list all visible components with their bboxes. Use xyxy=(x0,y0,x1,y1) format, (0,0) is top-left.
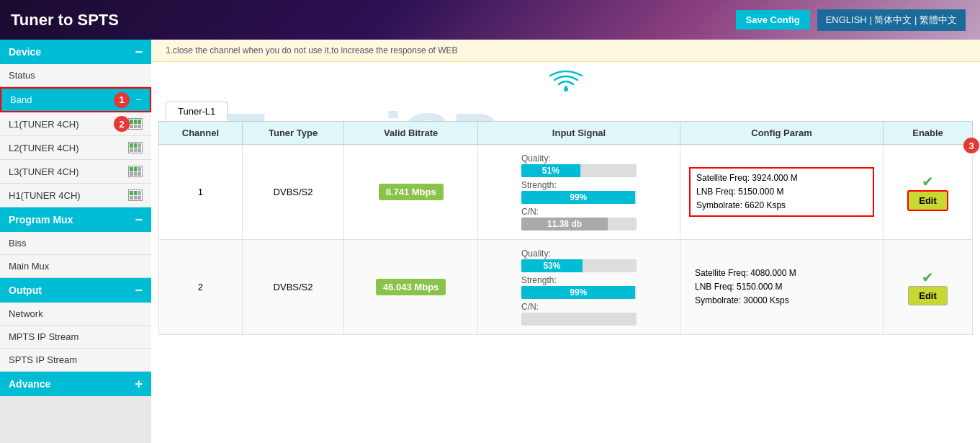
row2-bitrate-badge: 46.043 Mbps xyxy=(376,279,446,295)
device-toggle: − xyxy=(135,45,143,58)
page-title: Tuner to SPTS xyxy=(11,11,119,30)
language-selector[interactable]: ENGLISH | 简体中文 | 繁體中文 xyxy=(817,9,966,31)
sidebar-section-output[interactable]: Output − xyxy=(0,278,151,303)
row2-quality-bar: 53% xyxy=(521,259,637,272)
row1-cn-fill: 11.38 db xyxy=(521,218,608,231)
sidebar-item-status[interactable]: Status xyxy=(0,64,151,87)
sidebar-item-biss[interactable]: Biss xyxy=(0,232,151,255)
row1-config: Satellite Freq: 3924.000 M LNB Freq: 515… xyxy=(680,145,884,240)
lang-english[interactable]: ENGLISH xyxy=(826,14,867,25)
row1-symbol: Symbolrate: 6620 Ksps xyxy=(696,199,867,212)
content-area: ForoiSP 1.close the channel when you do … xyxy=(151,40,980,443)
sidebar-section-program-mux[interactable]: Program Mux − xyxy=(0,207,151,232)
sidebar-item-h1[interactable]: H1(TUNER 4CH) xyxy=(0,184,151,207)
lang-simplified-chinese[interactable]: 简体中文 xyxy=(874,14,912,25)
l2-grid-icon xyxy=(128,142,143,153)
col-tuner-type: Tuner Type xyxy=(242,122,343,145)
row2-symbol: Symbolrate: 30000 Ksps xyxy=(695,294,868,308)
row2-tuner-type: DVBS/S2 xyxy=(242,240,343,335)
row1-strength-bar: 99% xyxy=(521,191,637,204)
advance-label: Advance xyxy=(9,378,50,390)
row1-enable: ✔ Edit 3 xyxy=(884,145,973,240)
col-channel: Channel xyxy=(159,122,243,145)
row1-strength-label: Strength: xyxy=(521,180,637,190)
row2-quality-fill: 53% xyxy=(521,259,583,272)
row1-bitrate: 8.741 Mbps xyxy=(344,145,478,240)
output-label: Output xyxy=(9,285,42,296)
row2-check-icon: ✔ xyxy=(922,269,934,285)
header-actions: Save Config ENGLISH | 简体中文 | 繁體中文 xyxy=(736,9,966,31)
row1-strength-fill: 99% xyxy=(521,191,635,204)
row2-lnb-freq: LNB Freq: 5150.000 M xyxy=(695,280,868,294)
row2-enable: ✔ Edit xyxy=(884,240,973,335)
row2-config: Satellite Freq: 4080.000 M LNB Freq: 515… xyxy=(680,240,884,335)
sidebar-item-l3[interactable]: L3(TUNER 4CH) xyxy=(0,160,151,184)
row1-bitrate-badge: 8.741 Mbps xyxy=(379,184,444,200)
row2-quality-label: Quality: xyxy=(521,249,637,259)
sidebar-item-main-mux[interactable]: Main Mux xyxy=(0,255,151,278)
row1-check-icon: ✔ xyxy=(922,174,934,189)
sidebar: Device − Status Band − 1 L1(TUNER 4CH) 2 xyxy=(0,40,151,443)
sidebar-item-spts[interactable]: SPTS IP Stream xyxy=(0,349,151,372)
col-enable: Enable xyxy=(884,122,973,145)
row1-quality-bar: 51% xyxy=(521,164,637,177)
row2-edit-button[interactable]: Edit xyxy=(908,286,948,305)
row1-lnb-freq: LNB Freq: 5150.000 M xyxy=(696,185,867,199)
row1-cn-bar: 11.38 db xyxy=(521,218,637,231)
program-mux-label: Program Mux xyxy=(9,214,73,225)
svg-point-0 xyxy=(564,87,568,91)
sidebar-item-band[interactable]: Band − 1 xyxy=(0,87,151,112)
row2-cn-bar xyxy=(521,313,637,326)
row2-cn-label: C/N: xyxy=(521,302,637,312)
sidebar-item-l2[interactable]: L2(TUNER 4CH) xyxy=(0,136,151,160)
table-row: 1 DVBS/S2 8.741 Mbps Quality: 51% St xyxy=(159,145,973,240)
badge-1: 1 xyxy=(114,92,130,108)
main-layout: Device − Status Band − 1 L1(TUNER 4CH) 2 xyxy=(0,40,980,443)
row1-quality-label: Quality: xyxy=(521,153,637,164)
table-row: 2 DVBS/S2 46.043 Mbps Quality: 53% S xyxy=(159,240,973,335)
row1-sat-freq: Satellite Freq: 3924.000 M xyxy=(696,171,867,185)
row2-strength-bar: 99% xyxy=(521,286,637,299)
sidebar-item-network[interactable]: Network xyxy=(0,303,151,326)
l1-grid-icon xyxy=(128,118,143,130)
l3-grid-icon xyxy=(128,166,143,177)
row2-bitrate: 46.043 Mbps xyxy=(344,240,478,335)
sidebar-section-device[interactable]: Device − xyxy=(0,40,151,64)
lang-traditional-chinese[interactable]: 繁體中文 xyxy=(920,14,957,25)
row2-channel: 2 xyxy=(159,240,243,335)
tab-bar: Tuner-L1 xyxy=(151,94,980,121)
row1-quality-fill: 51% xyxy=(521,164,580,177)
badge-3: 3 xyxy=(963,138,979,153)
row1-edit-button[interactable]: Edit xyxy=(907,190,948,211)
col-valid-bitrate: Valid Bitrate xyxy=(344,122,478,145)
col-config-param: Config Param xyxy=(680,122,884,145)
tuner-table: Channel Tuner Type Valid Bitrate Input S… xyxy=(158,121,973,335)
wifi-icon xyxy=(544,66,588,94)
notice-bar: 1.close the channel when you do not use … xyxy=(151,40,980,62)
badge-2: 2 xyxy=(114,116,130,132)
save-config-button[interactable]: Save Config xyxy=(736,10,810,30)
device-section-label: Device xyxy=(9,46,41,58)
row2-strength-fill: 99% xyxy=(521,286,635,299)
row2-strength-label: Strength: xyxy=(521,275,637,285)
col-input-signal: Input Signal xyxy=(478,122,680,145)
sidebar-item-l1[interactable]: L1(TUNER 4CH) 2 xyxy=(0,112,151,136)
row1-cn-label: C/N: xyxy=(521,207,637,217)
row2-sat-freq: Satellite Freq: 4080.000 M xyxy=(695,267,868,280)
sidebar-item-mpts[interactable]: MPTS IP Stream xyxy=(0,326,151,349)
h1-grid-icon xyxy=(128,189,143,201)
row1-tuner-type: DVBS/S2 xyxy=(242,145,343,240)
row1-config-params: Satellite Freq: 3924.000 M LNB Freq: 515… xyxy=(689,167,874,218)
row1-signal: Quality: 51% Strength: 99% C/N: xyxy=(478,145,680,240)
header: Tuner to SPTS Save Config ENGLISH | 简体中文… xyxy=(0,0,980,40)
tab-tuner-l1[interactable]: Tuner-L1 xyxy=(166,102,228,121)
row2-config-params: Satellite Freq: 4080.000 M LNB Freq: 515… xyxy=(689,264,874,311)
wifi-icon-area xyxy=(151,62,980,94)
notice-text: 1.close the channel when you do not use … xyxy=(166,45,458,55)
row2-signal: Quality: 53% Strength: 99% C/N: xyxy=(478,240,680,335)
sidebar-section-advance[interactable]: Advance + xyxy=(0,372,151,396)
row1-channel: 1 xyxy=(159,145,243,240)
